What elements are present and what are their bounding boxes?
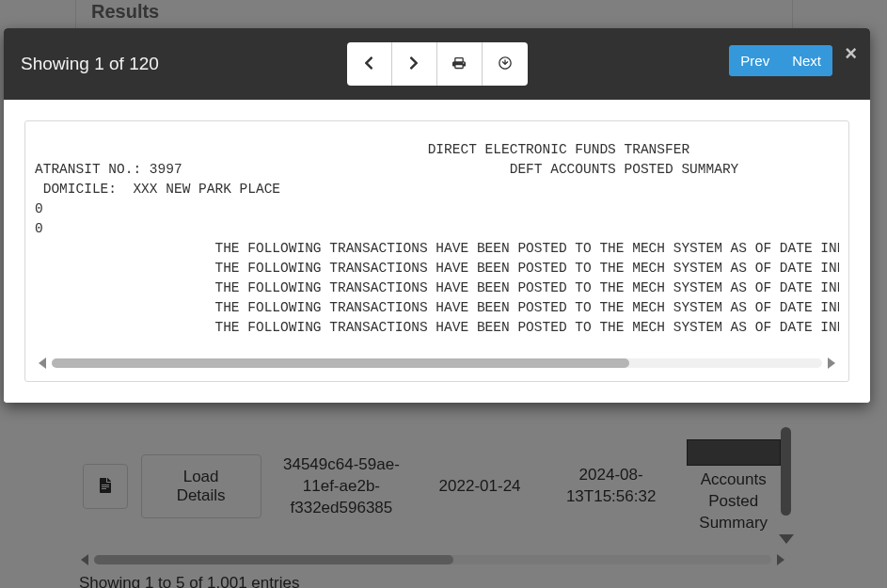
next-page-button[interactable]: Next [781,45,832,76]
scroll-right-icon [828,358,835,369]
print-icon [452,56,466,73]
modal-counter-label: Showing 1 of 120 [21,54,159,74]
prev-record-button[interactable] [347,42,392,86]
download-button[interactable] [483,42,528,86]
document-horizontal-scrollbar[interactable] [35,355,839,372]
scroll-left-icon [39,358,46,369]
page-buttons: Prev Next [729,45,832,76]
scroll-track[interactable] [52,358,822,368]
chevron-right-icon [407,56,420,73]
document-viewport: DIRECT ELECTRONIC FUNDS TRANSFER ATRANSI… [35,131,839,372]
close-button[interactable]: × [845,43,857,64]
next-record-button[interactable] [392,42,437,86]
modal-body: DIRECT ELECTRONIC FUNDS TRANSFER ATRANSI… [4,100,870,403]
modal-header: Showing 1 of 120 [4,28,870,100]
chevron-left-icon [362,56,375,73]
download-icon [499,56,512,73]
scroll-thumb[interactable] [52,358,629,368]
document-text: DIRECT ELECTRONIC FUNDS TRANSFER ATRANSI… [35,131,839,355]
report-modal: Showing 1 of 120 [4,28,870,403]
print-button[interactable] [437,42,483,86]
document-frame: DIRECT ELECTRONIC FUNDS TRANSFER ATRANSI… [24,120,849,382]
prev-page-button[interactable]: Prev [729,45,781,76]
modal-toolbar [347,42,528,86]
